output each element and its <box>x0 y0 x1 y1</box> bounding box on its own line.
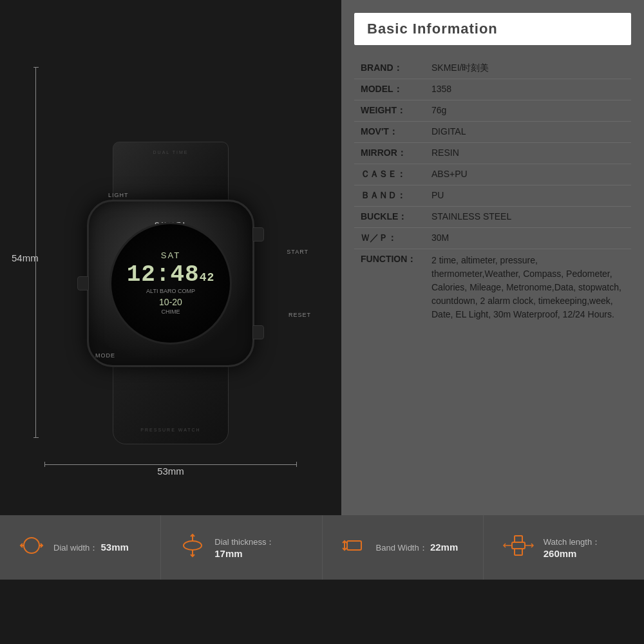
strap-top: DUAL TIME <box>113 142 229 206</box>
info-row-3: MOV'T：DIGITAL <box>354 122 631 143</box>
info-key-3: MOV'T： <box>361 126 431 138</box>
info-value-7: STAINLESS STEEL <box>431 211 625 222</box>
svg-rect-6 <box>347 541 361 550</box>
light-label: LIGHT <box>108 192 129 198</box>
dial-width-icon <box>19 533 44 562</box>
spec-dial-width: Dial width： 53mm <box>0 515 161 580</box>
info-title: Basic Information <box>367 21 618 37</box>
watch-length-icon <box>503 533 534 562</box>
info-value-0: SKMEI/时刻美 <box>431 62 625 74</box>
watch-chime: CHIME <box>127 309 215 316</box>
watch-time: 12:4842 <box>127 262 215 288</box>
watch-case: SKMEI START RESET LIGHT MODE <box>87 200 254 367</box>
info-value-3: DIGITAL <box>431 126 625 137</box>
info-key-2: WEIGHT： <box>361 105 431 117</box>
specs-row: Dial width： 53mm <box>0 515 644 580</box>
info-value-4: RESIN <box>431 147 625 158</box>
svg-rect-9 <box>515 536 522 542</box>
info-key-9: FUNCTION： <box>361 254 431 265</box>
height-dimension-label: 54mm <box>12 252 39 263</box>
info-row-4: MIRROR：RESIN <box>354 143 631 164</box>
info-row-2: WEIGHT：76g <box>354 100 631 122</box>
info-rows-container: BRAND：SKMEI/时刻美MODEL：1358WEIGHT：76gMOV'T… <box>354 58 631 326</box>
info-value-5: ABS+PU <box>431 169 625 179</box>
info-row-5: ＣＡＳＥ：ABS+PU <box>354 164 631 185</box>
info-panel: Basic Information BRAND：SKMEI/时刻美MODEL：1… <box>341 0 644 515</box>
info-row-1: MODEL：1358 <box>354 79 631 100</box>
watch-area: 54mm 53mm DUAL TIME SKMEI <box>0 0 341 515</box>
info-value-6: PU <box>431 190 625 200</box>
svg-rect-10 <box>515 549 522 555</box>
band-width-icon <box>342 533 366 562</box>
info-key-5: ＣＡＳＥ： <box>361 169 431 180</box>
svg-rect-8 <box>512 542 525 549</box>
info-row-7: BUCKLE：STAINLESS STEEL <box>354 207 631 228</box>
spec-band-width-text: Band Width： 22mm <box>376 542 459 554</box>
info-key-7: BUCKLE： <box>361 211 431 223</box>
info-title-box: Basic Information <box>354 13 631 45</box>
watch-date: 10-20 <box>127 298 215 307</box>
info-key-6: ＢＡＮＤ： <box>361 190 431 202</box>
watch-day: SAT <box>127 251 215 260</box>
watch-display: SAT 12:4842 ALTI BARO COMP 10-20 CHIME <box>127 251 215 315</box>
spec-dial-thickness-text: Dial thickness： 17mm <box>214 536 302 559</box>
mode-label: MODE <box>95 352 115 359</box>
spec-watch-length-text: Watch length： 260mm <box>544 536 625 559</box>
watch-sub-labels: ALTI BARO COMP <box>127 289 215 295</box>
info-row-6: ＢＡＮＤ：PU <box>354 185 631 207</box>
strap-pressure-text: PRESSURE WATCH <box>140 428 200 432</box>
dial-thickness-icon <box>180 533 205 562</box>
watch-body: DUAL TIME SKMEI START RESET LIGHT <box>74 142 267 386</box>
info-row-9: FUNCTION：2 time, altimeter, pressure, th… <box>354 249 631 326</box>
reset-label: RESET <box>289 312 311 318</box>
info-key-0: BRAND： <box>361 62 431 74</box>
spec-dial-thickness: Dial thickness： 17mm <box>161 515 322 580</box>
info-value-1: 1358 <box>431 84 625 94</box>
info-value-2: 76g <box>431 105 625 115</box>
spec-band-width: Band Width： 22mm <box>323 515 484 580</box>
info-key-4: MIRROR： <box>361 147 431 159</box>
watch-visual: DUAL TIME SKMEI START RESET LIGHT <box>35 39 306 477</box>
svg-point-3 <box>184 541 202 550</box>
svg-point-0 <box>24 538 39 553</box>
crown-button-left <box>77 276 89 290</box>
spec-watch-length: Watch length： 260mm <box>484 515 644 580</box>
main-container: 54mm 53mm DUAL TIME SKMEI <box>0 0 644 644</box>
info-value-9: 2 time, altimeter, pressure, thermometer… <box>431 254 625 321</box>
bottom-section: Dial width： 53mm <box>0 515 644 644</box>
strap-bottom: PRESSURE WATCH <box>113 361 229 444</box>
info-row-0: BRAND：SKMEI/时刻美 <box>354 58 631 79</box>
top-section: 54mm 53mm DUAL TIME SKMEI <box>0 0 644 515</box>
start-label: START <box>287 249 308 255</box>
info-row-8: Ｗ／Ｐ：30M <box>354 228 631 249</box>
info-value-8: 30M <box>431 232 625 243</box>
info-key-1: MODEL： <box>361 84 431 95</box>
crown-button-start: START <box>252 227 264 242</box>
spec-dial-width-text: Dial width： 53mm <box>53 542 129 554</box>
watch-face: SAT 12:4842 ALTI BARO COMP 10-20 CHIME <box>109 222 232 345</box>
info-key-8: Ｗ／Ｐ： <box>361 232 431 244</box>
crown-button-reset: RESET <box>252 325 264 339</box>
strap-top-text: DUAL TIME <box>153 150 189 155</box>
